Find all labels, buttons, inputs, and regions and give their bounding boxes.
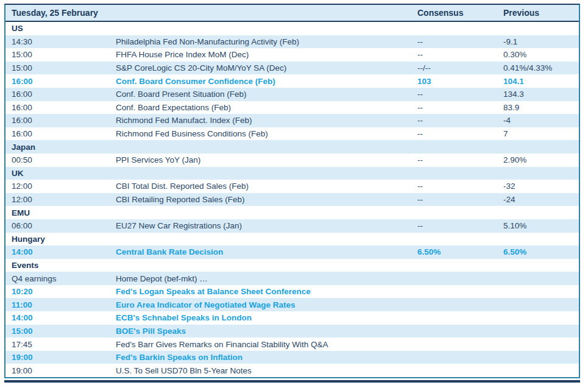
event-previous: 5.10% <box>500 221 579 230</box>
section-row: US <box>5 22 579 35</box>
event-previous: 104.1 <box>500 77 579 86</box>
event-time: 10:20 <box>5 287 114 296</box>
event-time: 16:00 <box>5 77 114 86</box>
event-consensus: -- <box>412 221 500 230</box>
event-previous: 0.30% <box>500 50 579 59</box>
event-time: 16:00 <box>5 90 114 99</box>
section-row: UK <box>5 167 579 180</box>
event-consensus: --/-- <box>412 63 500 72</box>
section-label: Hungary <box>5 235 579 244</box>
event-row: 12:00CBI Total Dist. Reported Sales (Feb… <box>5 180 579 193</box>
event-consensus: -- <box>412 37 500 46</box>
event-name: Conf. Board Present Situation (Feb) <box>114 90 412 99</box>
event-row: 06:00EU27 New Car Registrations (Jan)--5… <box>5 219 579 233</box>
event-time: 19:00 <box>5 353 114 362</box>
event-row: 16:00Richmond Fed Manufact. Index (Feb)-… <box>5 114 579 127</box>
section-row: Japan <box>5 140 579 154</box>
event-consensus: -- <box>412 182 500 191</box>
event-name: Richmond Fed Business Conditions (Feb) <box>114 129 412 138</box>
section-label: UK <box>5 169 579 178</box>
event-consensus: -- <box>412 103 500 112</box>
event-time: Q4 earnings <box>5 274 114 283</box>
event-row: 14:00Central Bank Rate Decision6.50%6.50… <box>5 245 579 259</box>
table-header-row: Tuesday, 25 February Consensus Previous <box>5 5 579 22</box>
event-name: BOE's Pill Speaks <box>114 327 412 336</box>
event-name: Fed's Logan Speaks at Balance Sheet Conf… <box>114 287 412 296</box>
section-row: Hungary <box>5 233 579 246</box>
event-time: 12:00 <box>5 182 114 191</box>
section-label: Events <box>5 261 579 270</box>
event-row: Q4 earningsHome Depot (bef-mkt) … <box>5 272 579 285</box>
event-time: 00:50 <box>5 155 114 164</box>
event-time: 15:00 <box>5 327 114 336</box>
event-time: 14:00 <box>5 247 114 256</box>
section-label: Japan <box>5 143 579 152</box>
event-time: 15:00 <box>5 50 114 59</box>
section-row: Events <box>5 259 579 272</box>
event-row: 00:50PPI Services YoY (Jan)--2.90% <box>5 154 579 167</box>
event-name: Central Bank Rate Decision <box>114 247 412 256</box>
bottom-rule <box>4 380 580 383</box>
event-time: 06:00 <box>5 221 114 230</box>
event-time: 14:30 <box>5 37 114 46</box>
event-name: EU27 New Car Registrations (Jan) <box>114 221 412 230</box>
event-name: Home Depot (bef-mkt) … <box>114 274 412 283</box>
event-name: CBI Retailing Reported Sales (Feb) <box>114 195 412 204</box>
event-previous: 83.9 <box>500 103 579 112</box>
event-previous: -32 <box>500 182 579 191</box>
event-name: Richmond Fed Manufact. Index (Feb) <box>114 116 412 125</box>
event-previous: 0.41%/4.33% <box>500 63 579 72</box>
event-time: 16:00 <box>5 129 114 138</box>
event-consensus: 6.50% <box>412 247 500 256</box>
event-consensus: -- <box>412 195 500 204</box>
event-name: Philadelphia Fed Non-Manufacturing Activ… <box>114 37 412 46</box>
event-time: 16:00 <box>5 103 114 112</box>
event-row: 17:45Fed's Barr Gives Remarks on Financi… <box>5 337 579 351</box>
event-row: 12:00CBI Retailing Reported Sales (Feb)-… <box>5 193 579 207</box>
event-row: 15:00BOE's Pill Speaks <box>5 325 579 338</box>
event-name: Fed's Barkin Speaks on Inflation <box>114 353 412 362</box>
event-name: Euro Area Indicator of Negotiated Wage R… <box>114 300 412 309</box>
event-time: 17:45 <box>5 340 114 349</box>
event-previous: 134.3 <box>500 90 579 99</box>
section-label: US <box>5 24 579 33</box>
section-row: EMU <box>5 206 579 219</box>
event-previous: 7 <box>500 129 579 138</box>
event-consensus: -- <box>412 50 500 59</box>
event-consensus: 103 <box>412 77 500 86</box>
event-time: 15:00 <box>5 63 114 72</box>
event-previous: -9.1 <box>500 37 579 46</box>
event-time: 19:00 <box>5 366 114 375</box>
event-row: 14:30Philadelphia Fed Non-Manufacturing … <box>5 35 579 49</box>
event-previous: -4 <box>500 116 579 125</box>
event-row: 16:00Conf. Board Expectations (Feb)--83.… <box>5 101 579 115</box>
event-name: FHFA House Price Index MoM (Dec) <box>114 50 412 59</box>
event-consensus: -- <box>412 90 500 99</box>
event-row: 19:00Fed's Barkin Speaks on Inflation <box>5 351 579 364</box>
event-row: 10:20Fed's Logan Speaks at Balance Sheet… <box>5 285 579 298</box>
event-time: 11:00 <box>5 300 114 309</box>
event-row: 16:00Richmond Fed Business Conditions (F… <box>5 127 579 141</box>
table-body: US14:30Philadelphia Fed Non-Manufacturin… <box>5 22 579 377</box>
economic-calendar-page: Tuesday, 25 February Consensus Previous … <box>0 0 588 385</box>
event-row: 15:00FHFA House Price Index MoM (Dec)--0… <box>5 48 579 62</box>
event-previous: 6.50% <box>500 247 579 256</box>
event-row: 14:00ECB's Schnabel Speaks in London <box>5 311 579 325</box>
event-name: Fed's Barr Gives Remarks on Financial St… <box>114 340 412 349</box>
event-time: 16:00 <box>5 116 114 125</box>
event-consensus: -- <box>412 155 500 164</box>
event-name: ECB's Schnabel Speaks in London <box>114 313 412 322</box>
event-time: 14:00 <box>5 313 114 322</box>
column-header-consensus: Consensus <box>412 8 500 18</box>
event-name: Conf. Board Consumer Confidence (Feb) <box>114 77 412 86</box>
section-label: EMU <box>5 208 579 217</box>
event-row: 16:00Conf. Board Consumer Confidence (Fe… <box>5 74 579 88</box>
event-name: S&P CoreLogic CS 20-City MoM/YoY SA (Dec… <box>114 63 412 72</box>
event-name: U.S. To Sell USD70 Bln 5-Year Notes <box>114 366 412 375</box>
event-row: 16:00Conf. Board Present Situation (Feb)… <box>5 88 579 101</box>
event-name: Conf. Board Expectations (Feb) <box>114 103 412 112</box>
event-consensus: -- <box>412 116 500 125</box>
event-name: CBI Total Dist. Reported Sales (Feb) <box>114 182 412 191</box>
event-previous: -24 <box>500 195 579 204</box>
event-row: 15:00S&P CoreLogic CS 20-City MoM/YoY SA… <box>5 62 579 75</box>
